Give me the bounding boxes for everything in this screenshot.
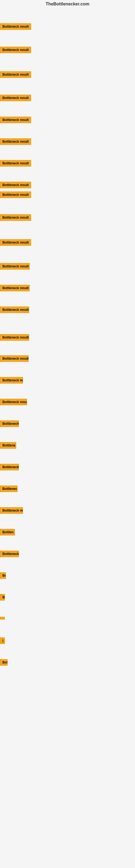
- bottleneck-item: Bottleneck: [0, 421, 19, 428]
- bottleneck-badge: Bottleneck result: [0, 334, 29, 341]
- bottleneck-badge: Bo: [0, 572, 6, 579]
- bottleneck-item: Bottleneck re: [0, 377, 23, 384]
- bottleneck-item: Bottleneck: [0, 464, 19, 471]
- bottleneck-item: Bottleneck result: [0, 239, 31, 247]
- bottleneck-badge: Bottlenec: [0, 486, 17, 492]
- bottleneck-item: Bottleneck result: [0, 138, 31, 146]
- bottleneck-badge: Bottleneck result: [0, 46, 31, 53]
- site-title: TheBottlenecker.com: [0, 0, 135, 8]
- bottleneck-item: Bottlen: [0, 529, 15, 536]
- bottleneck-item: Bottleneck result: [0, 214, 31, 222]
- bottleneck-badge: Bottleneck result: [0, 160, 31, 166]
- bottleneck-badge: Bolt: [0, 659, 8, 665]
- bottleneck-item: Bottleneck result: [0, 334, 29, 342]
- bottleneck-badge: [0, 617, 5, 620]
- bottleneck-item: Bottleneck result: [0, 307, 29, 314]
- bottleneck-badge: Bottleneck result: [0, 23, 31, 30]
- bottleneck-item: Bottleneck result: [0, 23, 31, 31]
- bottleneck-item: Bottleneck result: [0, 263, 30, 271]
- bottleneck-badge: Bottleneck result: [0, 117, 31, 123]
- bottleneck-badge: Bottlen: [0, 529, 15, 535]
- bottleneck-badge: B: [0, 594, 5, 600]
- bottleneck-item: Bottleneck re: [0, 507, 23, 515]
- bottleneck-item: Bottleneck result: [0, 160, 31, 167]
- bottleneck-badge: Bottleneck result: [0, 214, 31, 221]
- bottleneck-item: Bottleneck result: [0, 95, 31, 102]
- bottleneck-item: Bottleneck result: [0, 285, 30, 292]
- bottleneck-badge: Bottlene: [0, 442, 16, 448]
- bottleneck-item: Bottlene: [0, 442, 16, 450]
- bottleneck-badge: Bottleneck result: [0, 95, 31, 101]
- bottleneck-item: Bottleneck result: [0, 46, 31, 54]
- bottleneck-item: Bolt: [0, 659, 8, 667]
- bottleneck-badge: Bottleneck: [0, 421, 19, 427]
- bottleneck-item: Bo: [0, 572, 6, 580]
- bottleneck-badge: Bottleneck: [0, 464, 19, 470]
- bottleneck-item: Bottleneck: [0, 551, 19, 558]
- bottleneck-item: [0, 616, 5, 621]
- bottleneck-badge: Bottleneck re: [0, 377, 23, 383]
- bottleneck-item: Bottleneck result: [0, 355, 29, 363]
- bottleneck-badge: Bottleneck result: [0, 191, 31, 198]
- bottleneck-item: Bottleneck resul: [0, 399, 27, 406]
- bottleneck-badge: Bottleneck: [0, 551, 19, 557]
- bottleneck-item: Bottleneck result: [0, 71, 31, 79]
- bottleneck-item: Bottleneck result: [0, 117, 31, 124]
- bottleneck-badge: Bottleneck result: [0, 182, 31, 188]
- bottleneck-item: Bottleneck result: [0, 191, 31, 199]
- bottleneck-badge: Bottleneck resul: [0, 399, 27, 405]
- bottleneck-badge: Bottleneck result: [0, 138, 31, 145]
- bottleneck-badge: |: [0, 638, 5, 644]
- bottleneck-item: B: [0, 594, 5, 601]
- bottleneck-item: Bottlenec: [0, 486, 17, 493]
- bottleneck-badge: Bottleneck result: [0, 285, 30, 291]
- bottleneck-badge: Bottleneck result: [0, 307, 29, 313]
- bottleneck-item: |: [0, 638, 5, 645]
- bottleneck-badge: Bottleneck result: [0, 239, 31, 246]
- bottleneck-badge: Bottleneck result: [0, 263, 30, 270]
- bottleneck-badge: Bottleneck result: [0, 71, 31, 78]
- bottleneck-badge: Bottleneck re: [0, 507, 23, 514]
- bottleneck-item: Bottleneck result: [0, 182, 31, 189]
- bottleneck-badge: Bottleneck result: [0, 355, 29, 362]
